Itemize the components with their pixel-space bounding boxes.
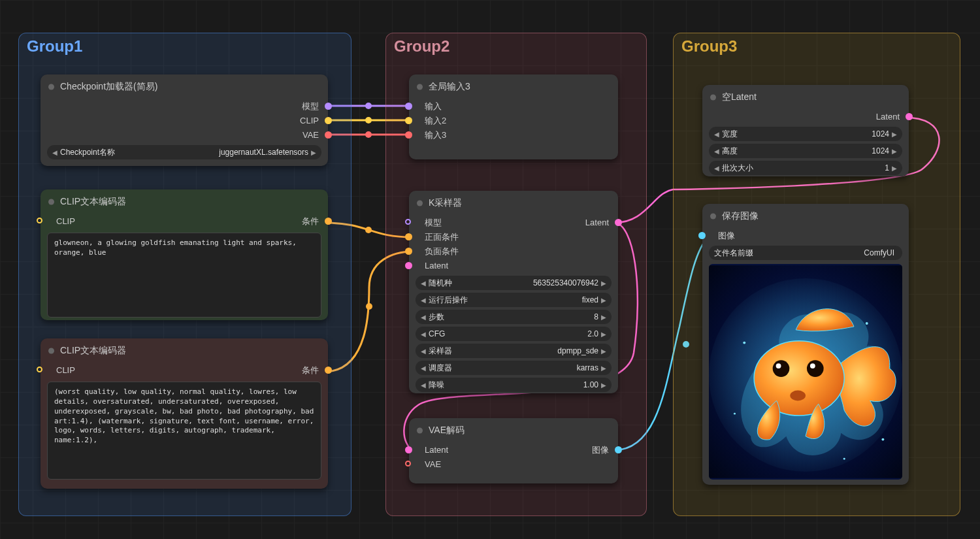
node-title[interactable]: CLIP文本编码器 [41,338,328,363]
input-latent[interactable]: Latent [409,259,618,273]
input-clip[interactable]: CLIP [41,363,84,378]
param-cfg[interactable]: ◀CFG2.0▶ [416,327,612,341]
output-conditioning[interactable]: 条件 [293,214,328,229]
group-1-title: Group1 [27,37,82,56]
svg-point-13 [790,391,806,401]
output-latent[interactable]: Latent [576,216,618,230]
svg-point-12 [810,363,815,368]
node-title[interactable]: K采样器 [409,191,618,216]
node-title[interactable]: VAE解码 [409,418,618,443]
node-title[interactable]: 全局输入3 [409,74,618,99]
param-seed[interactable]: ◀随机种563525340076942▶ [416,276,612,290]
group-2-title: Group2 [394,37,449,56]
svg-point-11 [807,360,824,377]
input-model[interactable]: 模型 [409,216,451,230]
node-title[interactable]: Checkpoint加载器(简易) [41,74,328,99]
prompt-text-negative[interactable]: (worst quality, low quality, normal qual… [47,382,321,480]
svg-point-16 [734,413,736,415]
input-3[interactable]: 输入3 [409,128,618,142]
output-clip[interactable]: CLIP [41,114,328,128]
svg-point-17 [881,438,884,441]
param-after[interactable]: ◀运行后操作fixed▶ [416,293,612,307]
input-clip[interactable]: CLIP [41,214,84,229]
input-negative[interactable]: 负面条件 [409,244,618,259]
param-height[interactable]: ◀高度1024▶ [709,144,902,158]
param-checkpoint-name[interactable]: ◀ Checkpoint名称 juggernautXL.safetensors … [47,145,321,159]
input-2[interactable]: 输入2 [409,114,618,128]
param-filename-prefix[interactable]: 文件名前缀ComfyUI [709,246,902,260]
image-preview[interactable] [709,264,902,480]
input-1[interactable]: 输入 [409,99,618,114]
node-vae-decode[interactable]: VAE解码 Latent 图像 VAE [409,418,618,483]
node-clip-positive[interactable]: CLIP文本编码器 CLIP 条件 glowneon, a glowing go… [41,189,328,320]
node-title[interactable]: 保存图像 [702,204,909,229]
node-checkpoint-loader[interactable]: Checkpoint加载器(简易) 模型 CLIP VAE ◀ Checkpoi… [41,74,328,166]
output-model[interactable]: 模型 [41,99,328,114]
svg-point-10 [776,363,781,368]
node-save-image[interactable]: 保存图像 图像 文件名前缀ComfyUI [702,204,909,485]
svg-point-8 [754,341,844,416]
node-global-input[interactable]: 全局输入3 输入 输入2 输入3 [409,74,618,159]
node-clip-negative[interactable]: CLIP文本编码器 CLIP 条件 (worst quality, low qu… [41,338,328,489]
svg-point-14 [743,342,745,344]
svg-point-9 [773,360,790,377]
group-3-title: Group3 [681,37,737,56]
param-scheduler[interactable]: ◀调度器karras▶ [416,361,612,375]
svg-point-15 [866,322,868,325]
node-empty-latent[interactable]: 空Latent Latent ◀宽度1024▶ ◀高度1024▶ ◀批次大小1▶ [702,85,909,176]
param-batch[interactable]: ◀批次大小1▶ [709,161,902,175]
input-latent[interactable]: Latent [409,443,457,457]
prompt-text-positive[interactable]: glowneon, a glowing goldfish emanating l… [47,233,321,318]
arrow-left-icon: ◀ [52,149,57,156]
output-conditioning[interactable]: 条件 [293,363,328,378]
node-title[interactable]: 空Latent [702,85,909,110]
param-width[interactable]: ◀宽度1024▶ [709,127,902,141]
param-denoise[interactable]: ◀降噪1.00▶ [416,378,612,392]
param-sampler[interactable]: ◀采样器dpmpp_sde▶ [416,344,612,358]
arrow-right-icon: ▶ [311,149,316,156]
node-title[interactable]: CLIP文本编码器 [41,189,328,214]
input-image[interactable]: 图像 [702,229,909,243]
svg-point-18 [843,458,845,460]
output-latent[interactable]: Latent [702,110,909,124]
output-image[interactable]: 图像 [583,443,618,457]
param-steps[interactable]: ◀步数8▶ [416,310,612,324]
input-vae[interactable]: VAE [409,457,618,472]
output-vae[interactable]: VAE [41,128,328,142]
input-positive[interactable]: 正面条件 [409,230,618,244]
node-ksampler[interactable]: K采样器 模型 Latent 正面条件 负面条件 Latent ◀随机种5635… [409,191,618,393]
